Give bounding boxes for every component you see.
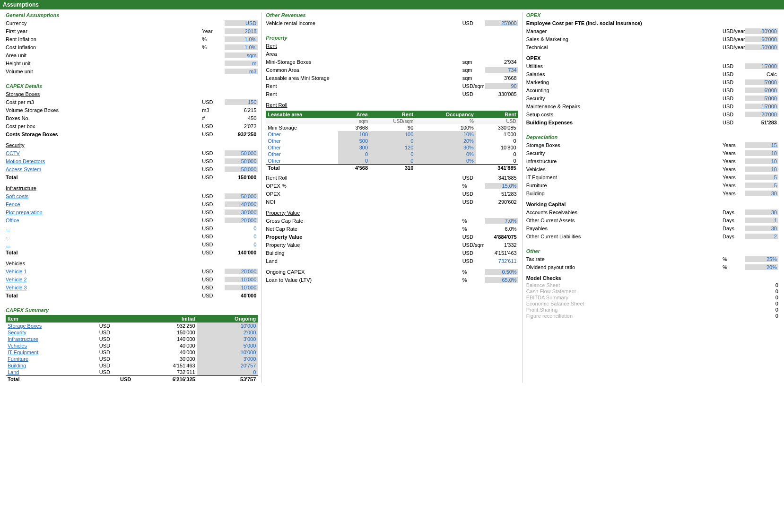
row-unit: sqm [462,59,485,65]
row-value: 51'283 [485,191,518,197]
row-label: Salaries [526,71,723,77]
row-value: 25% [745,256,778,262]
area-label: Area [266,51,518,57]
model-checks-label-text: Balance Sheet [526,282,560,288]
row-label: Furniture [526,183,723,188]
row-unit: sqm [462,67,485,73]
capex-summary-row: FurnitureUSD30'0003'000 [6,356,258,362]
table-row: TotalUSD40'000 [6,292,258,299]
table-row: Soft costsUSD50'000 [6,192,258,200]
security-section-label: Security [6,141,258,149]
fte-label: Employee Cost per FTE (incl. social insu… [526,19,778,27]
capex-summary-table: Item Initial Ongoing Storage BoxesUSD932… [6,315,258,383]
table-row: InfrastructureYears10 [526,157,778,165]
row-unit: USD [202,226,225,231]
capex-item-initial: 150'000 [133,329,197,336]
rr-total-cell: 341'885 [476,165,518,172]
table-row: ...USD0 [6,241,258,248]
row-label: Rent Inflation [6,36,202,42]
rr-cell: 100% [415,124,476,131]
capex-total-row: TotalUSD6'216'32553'757 [6,376,258,383]
table-row: Other Current AssetsDays1 [526,217,778,224]
row-label: Volume unit [6,69,202,74]
rr-cell: 0 [476,151,518,157]
table-row: AcountingUSD6'000 [526,87,778,94]
capex-item-ongoing: 20'757 [197,362,258,369]
row-value: 7.0% [485,218,518,224]
table-row: Gross Cap Rate%7.0% [266,217,518,225]
fte-section-label: Employee Cost per FTE (incl. social insu… [526,20,642,26]
capex-summary-title: CAPEX Summary [6,307,258,313]
row-label: Property Value [266,242,462,248]
row-unit: Years [723,142,745,148]
row-value: 3'668 [485,75,518,81]
row-value: 2'934 [485,59,518,65]
row-label: Setup costs [526,112,723,117]
row-label: Marketing [526,79,723,85]
table-row: ...USD0 [6,225,258,232]
capex-item-initial: 932'250 [133,323,197,329]
row-value: 932'250 [225,131,258,137]
row-label: Payables [526,226,723,231]
row-label: Sales & Marketing [526,36,723,42]
rr-cell: 0 [338,157,370,165]
row-unit: USD [723,71,745,77]
row-value: 5'000 [745,79,778,85]
row-value: 734 [485,67,518,73]
row-label: ... [6,234,202,239]
row-unit: % [462,226,485,232]
table-row: Cost per boxUSD2'072 [6,122,258,130]
row-label: Boxes No. [6,115,202,121]
row-value: 290'602 [485,199,518,205]
general-assumptions-title: General Assumptions [6,12,258,18]
model-checks-item: Balance Sheet0 [526,282,778,288]
row-label: CCTV [6,150,202,156]
row-label: Gross Cap Rate [266,218,462,224]
row-label: Soft costs [6,193,202,199]
table-row: IT EquipmentYears5 [526,174,778,181]
table-row: Vehicle 1USD20'000 [6,268,258,275]
row-value: 450 [225,115,258,121]
capex-item-label: Vehicles [6,342,97,349]
row-value: 2018 [225,28,258,34]
capex-summary-row: VehiclesUSD40'0005'000 [6,342,258,349]
row-unit: USD [202,193,225,199]
row-unit: USD [202,131,225,137]
rr-cell: 0 [370,151,415,157]
rr-sub-usd: USD [476,118,518,124]
row-value: 30'000 [225,209,258,215]
row-label: Area unit [6,52,202,58]
table-row: VehiclesYears10 [526,166,778,173]
other-revenue-rows: Vehicle rental incomeUSD25'000 [266,19,518,27]
row-unit: sqm [462,75,485,81]
area-rows: Mini-Storage Boxessqm2'934Common Areasqm… [266,58,518,82]
model-checks-item: Profit Sharing0 [526,307,778,313]
row-label: Other Current Liabilities [526,234,723,239]
row-unit: USD/sqm [462,83,485,89]
rent-roll-row: Mini Storage3'66890100%330'085 [266,124,518,131]
capex-item-ongoing: 5'000 [197,342,258,349]
model-checks-item: Cash Flow Statement0 [526,288,778,294]
rr-total-cell: 4'568 [338,165,370,172]
row-label: Dividend payout ratio [526,264,723,270]
rr-cell: 10% [415,131,476,138]
table-row: Vehicle 3USD10'000 [6,284,258,291]
row-value: 10 [745,166,778,172]
row-value: 40'000 [225,201,258,207]
capex-item-label: IT Equipment [6,349,97,356]
row-unit: Years [723,166,745,172]
row-unit: Days [723,209,745,215]
table-row: TotalUSD140'000 [6,249,258,256]
table-row: Mini-Storage Boxessqm2'934 [266,58,518,66]
row-value: 330'085 [485,91,518,97]
row-unit: USD [723,79,745,85]
row-label: NOI [266,199,462,205]
row-unit: Year [202,28,225,34]
column-2: Other Revenues Vehicle rental incomeUSD2… [261,12,522,383]
row-value: 50'000 [225,166,258,172]
table-row: TechnicalUSD/year50'000 [526,44,778,51]
row-value: 0.50% [485,269,518,275]
storage-rows: Cost per m3USD150Volume Storage Boxesm36… [6,98,258,138]
table-row: Sales & MarketingUSD/year60'000 [526,35,778,43]
model-checks-value: 0 [775,295,778,300]
